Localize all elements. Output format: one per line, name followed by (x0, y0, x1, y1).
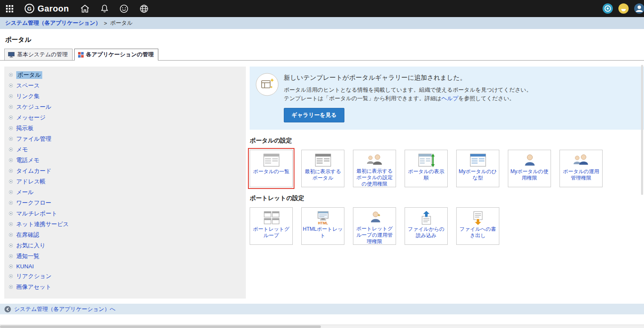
card-label: Myポータルのひな型 (457, 168, 499, 181)
svg-text:G: G (27, 6, 32, 12)
view-gallery-button[interactable]: ギャラリーを見る (284, 108, 344, 122)
breadcrumb-separator: > (104, 20, 107, 26)
sidebar-item-label: ワークフロー (16, 199, 51, 207)
bullet-icon (9, 169, 13, 173)
notice-banner: 新しいテンプレートがポータルギャラリーに追加されました。 ポータル活用のヒントと… (250, 67, 644, 130)
bullet-icon (9, 244, 13, 247)
bullet-icon (9, 84, 13, 87)
vertical-scrollbar[interactable] (641, 65, 643, 195)
bullet-icon (9, 201, 13, 205)
horizontal-scrollbar[interactable] (0, 325, 644, 328)
help-link[interactable]: ヘルプ (441, 95, 458, 102)
users-gray-icon (366, 153, 383, 167)
card-portal-list[interactable]: ポータルの一覧 (250, 150, 293, 187)
sidebar-item-label: リンク集 (16, 93, 40, 100)
card-row: ポートレットグループHTMLHTMLポートレットポートレットグループの運用管理権… (250, 207, 644, 245)
sidebar-item[interactable]: お気に入り (4, 240, 246, 251)
avatar-icon[interactable] (618, 3, 629, 14)
horizontal-scrollbar-thumb[interactable] (0, 325, 321, 328)
home-icon[interactable] (80, 4, 90, 13)
sidebar-item[interactable]: 通知一覧 (4, 251, 246, 261)
notice-line-2-pre: テンプレートは「ポータルの一覧」から利用できます。詳細は (284, 95, 441, 102)
card-display-order[interactable]: ポータルの表示順 (405, 150, 448, 187)
sidebar-item[interactable]: KUNAI (4, 261, 246, 271)
sidebar-item[interactable]: スペース (4, 80, 246, 91)
bell-icon[interactable] (101, 4, 108, 13)
sidebar-item[interactable]: メモ (4, 144, 246, 155)
bullet-icon (9, 137, 13, 141)
bullet-icon (9, 105, 13, 109)
sidebar-item-label: ポータル (16, 71, 42, 79)
card-user-permission[interactable]: Myポータルの使用権限 (508, 150, 551, 187)
file-export-icon (469, 210, 487, 225)
card-file-export[interactable]: ファイルへの書き出し (456, 207, 499, 245)
card-my-portal-template[interactable]: Myポータルのひな型 (456, 150, 499, 187)
card-file-import[interactable]: ファイルからの読み込み (405, 207, 448, 245)
sidebar-item-label: 電話メモ (16, 157, 40, 164)
sidebar-item[interactable]: アドレス帳 (4, 176, 246, 187)
card-admin-permission[interactable]: ポータルの運用管理権限 (559, 150, 603, 187)
card-label: ファイルからの読み込み (405, 226, 447, 239)
sidebar-item[interactable]: 画像アセット (4, 282, 246, 292)
sidebar-item[interactable]: 電話メモ (4, 155, 246, 165)
sidebar-item-label: アドレス帳 (16, 178, 46, 186)
sidebar-item-label: タイムカード (16, 167, 52, 175)
breadcrumb-system-admin-link[interactable]: システム管理（各アプリケーション） (5, 19, 101, 27)
bullet-icon (9, 148, 13, 151)
sidebar-item[interactable]: リアクション (4, 271, 246, 282)
sidebar-item[interactable]: 在席確認 (4, 229, 246, 240)
sidebar-item[interactable]: 掲示板 (4, 123, 246, 134)
sidebar-item-label: ネット連携サービス (16, 221, 69, 228)
apps-grid-icon[interactable] (6, 5, 13, 12)
topbar-left: G Garoon (6, 3, 149, 14)
sidebar-item[interactable]: メール (4, 187, 246, 197)
bullet-icon (9, 212, 13, 215)
portal-list-icon (263, 153, 280, 168)
card-users-gray[interactable]: 最初に表示するポータルの設定の使用権限 (353, 150, 396, 187)
sidebar-item-label: KUNAI (16, 263, 34, 270)
breadcrumb: システム管理（各アプリケーション） > ポータル (0, 17, 644, 29)
garoon-logo[interactable]: G Garoon (24, 3, 69, 14)
bullet-icon (9, 285, 13, 289)
section-title: ポータルの設定 (250, 137, 644, 145)
sidebar-app-list: ポータルスペースリンク集スケジュールメッセージ掲示板ファイル管理メモ電話メモタイ… (4, 70, 246, 292)
card-portlet-group[interactable]: ポートレットグループ (250, 207, 293, 245)
sidebar-item[interactable]: ファイル管理 (4, 134, 246, 144)
tab-application-management[interactable]: 各アプリケーションの管理 (74, 49, 158, 60)
card-label: HTMLポートレット (302, 226, 344, 239)
topbar-right (602, 3, 638, 14)
bullet-icon (9, 233, 13, 237)
card-html-portlet[interactable]: HTMLHTMLポートレット (301, 207, 344, 245)
bullet-icon (9, 254, 13, 258)
tab-basic-system-management[interactable]: 基本システムの管理 (4, 49, 73, 60)
globe-icon[interactable] (140, 4, 149, 13)
topbar: G Garoon (0, 0, 644, 17)
sidebar-item[interactable]: ネット連携サービス (4, 219, 246, 229)
settings-sections: ポータルの設定ポータルの一覧最初に表示するポータル最初に表示するポータルの設定の… (250, 137, 644, 245)
sidebar-item-label: ファイル管理 (16, 135, 51, 143)
back-to-system-admin-link[interactable]: システム管理（各アプリケーション）へ (14, 305, 116, 313)
breadcrumb-current: ポータル (110, 19, 133, 27)
smiley-icon[interactable] (119, 4, 128, 13)
card-portlet-admin[interactable]: ポートレットグループの運用管理権限 (353, 207, 396, 245)
partial-edge-icon[interactable] (634, 3, 644, 14)
sidebar-item[interactable]: タイムカード (4, 165, 246, 176)
sidebar-item-label: メール (16, 189, 34, 196)
card-default-portal[interactable]: 最初に表示するポータル (301, 150, 344, 187)
sidebar-item[interactable]: リンク集 (4, 91, 246, 102)
display-order-icon (418, 153, 435, 168)
sidebar-item[interactable]: マルチレポート (4, 208, 246, 219)
apps-color-icon (78, 52, 84, 58)
file-import-icon (418, 210, 435, 225)
sidebar-item[interactable]: ワークフロー (4, 197, 246, 208)
content-area: ポータルスペースリンク集スケジュールメッセージ掲示板ファイル管理メモ電話メモタイ… (0, 61, 644, 299)
admin-permission-icon (573, 153, 590, 168)
sidebar-item[interactable]: ポータル (4, 70, 246, 80)
sidebar-item-label: マルチレポート (16, 210, 57, 218)
sidebar-item[interactable]: メッセージ (4, 112, 246, 123)
svg-text:HTML: HTML (318, 221, 328, 225)
sidebar-item[interactable]: スケジュール (4, 102, 246, 112)
garoon-system-admin-page: G Garoon (0, 0, 644, 328)
target-icon[interactable] (602, 3, 613, 14)
default-portal-icon (315, 153, 332, 168)
